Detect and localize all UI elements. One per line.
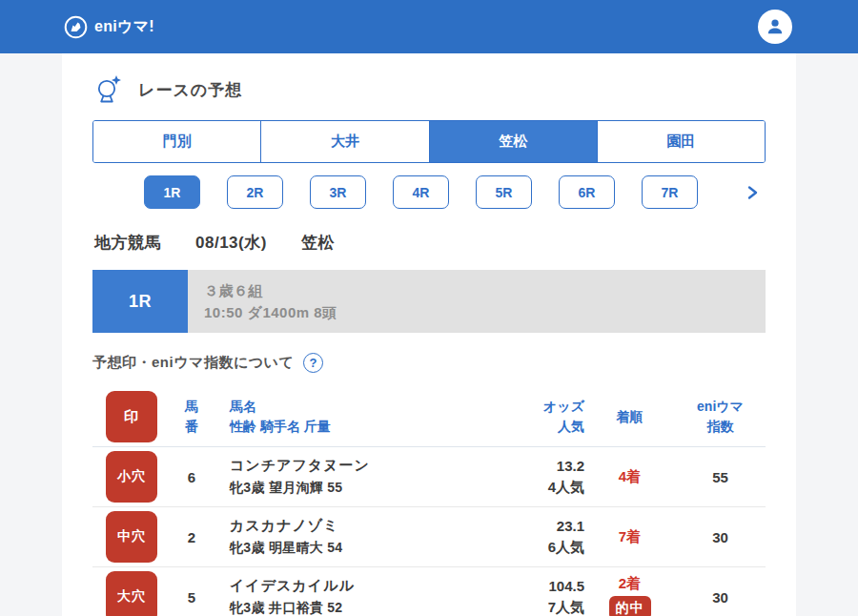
- odds-value: 13.2: [460, 456, 584, 477]
- hit-badge: 的中: [609, 596, 651, 616]
- page-title-row: レースの予想: [92, 71, 766, 105]
- horse-icon: [64, 15, 88, 39]
- content-card: レースの予想 門別 大井 笠松 園田 1R 2R 3R 4R 5R 6R 7R …: [62, 53, 796, 616]
- horse-detail: 牝3歳 明星晴大 54: [230, 540, 460, 557]
- popularity-value: 7人気: [460, 597, 584, 616]
- mark-badge: 小穴: [106, 451, 157, 503]
- odds-value: 23.1: [460, 516, 584, 537]
- result-cell: 4着: [584, 468, 675, 486]
- index-value: 30: [675, 529, 766, 545]
- crystal-ball-icon: [94, 74, 123, 105]
- race-banner: 1R ３歳６組 10:50 ダ1400m 8頭: [92, 270, 766, 333]
- venue-tabs: 門別 大井 笠松 園田: [92, 120, 766, 163]
- header-index: eniウマ 指数: [675, 397, 766, 437]
- horse-name-cell: カスカナノゾミ 牝3歳 明星晴大 54: [226, 517, 460, 557]
- table-row: 小穴 6 コンチアフタヌーン 牝3歳 望月洵輝 55 13.2 4人気 4着 5…: [92, 447, 766, 507]
- app-logo[interactable]: eniウマ!: [64, 15, 154, 39]
- header-mark-badge: 印: [106, 391, 157, 442]
- venue-tab-sonoda[interactable]: 園田: [597, 121, 765, 162]
- horse-detail: 牝3歳 望月洵輝 55: [230, 480, 460, 497]
- table-header-row: 印 馬 番 馬名 性齢 騎手名 斤量 オッズ 人気 着順 eniウマ 指数: [92, 387, 766, 447]
- result-cell: 7着: [584, 528, 675, 546]
- venue-tab-monbetsu[interactable]: 門別: [93, 121, 260, 162]
- race-meta-row: 地方競馬 08/13(水) 笠松: [92, 232, 766, 254]
- index-value: 55: [675, 469, 766, 485]
- horse-name: イイデスカイルル: [230, 577, 460, 595]
- header-horse-name: 馬名 性齢 騎手名 斤量: [226, 397, 460, 437]
- popularity-value: 4人気: [460, 477, 584, 498]
- user-account-button[interactable]: [758, 10, 792, 44]
- index-value: 30: [675, 589, 766, 606]
- odds-cell: 104.5 7人気: [460, 576, 584, 616]
- odds-cell: 23.1 6人気: [460, 516, 584, 558]
- popularity-value: 6人気: [460, 537, 584, 558]
- race-banner-conditions: 10:50 ダ1400m 8頭: [204, 301, 337, 323]
- result-position: 7着: [584, 528, 675, 546]
- race-banner-info: ３歳６組 10:50 ダ1400m 8頭: [188, 270, 337, 333]
- horse-name-cell: イイデスカイルル 牝3歳 井口裕貴 52: [226, 577, 460, 616]
- horse-number: 6: [157, 469, 226, 485]
- race-button-2r[interactable]: 2R: [227, 175, 283, 209]
- mark-badge: 大穴: [106, 571, 157, 616]
- info-link-row: 予想印・eniウマ指数について ?: [92, 353, 766, 373]
- result-position: 2着: [584, 575, 675, 593]
- result-position: 4着: [584, 468, 675, 486]
- race-button-7r[interactable]: 7R: [642, 175, 698, 209]
- info-link-label: 予想印・eniウマ指数について: [92, 354, 294, 372]
- person-icon: [765, 16, 786, 37]
- prediction-table: 印 馬 番 馬名 性齢 騎手名 斤量 オッズ 人気 着順 eniウマ 指数 小穴…: [92, 387, 766, 616]
- horse-number: 2: [157, 529, 226, 545]
- result-cell: 2着 的中: [584, 575, 675, 616]
- race-button-6r[interactable]: 6R: [559, 175, 615, 209]
- meta-date: 08/13(水): [195, 232, 267, 254]
- app-logo-text: eniウマ!: [94, 17, 154, 37]
- table-row: 中穴 2 カスカナノゾミ 牝3歳 明星晴大 54 23.1 6人気 7着 30: [92, 507, 766, 567]
- horse-number: 5: [157, 589, 226, 606]
- venue-tab-oi[interactable]: 大井: [260, 121, 428, 162]
- meta-category: 地方競馬: [94, 232, 161, 254]
- header-horse-number: 馬 番: [157, 397, 226, 437]
- race-button-5r[interactable]: 5R: [476, 175, 532, 209]
- chevron-right-icon[interactable]: [745, 184, 760, 201]
- race-button-3r[interactable]: 3R: [310, 175, 366, 209]
- race-banner-class: ３歳６組: [204, 279, 337, 301]
- race-button-1r[interactable]: 1R: [144, 175, 200, 209]
- race-number-row: 1R 2R 3R 4R 5R 6R 7R: [92, 175, 766, 209]
- header-odds: オッズ 人気: [460, 397, 584, 437]
- venue-tab-kasamatsu[interactable]: 笠松: [429, 121, 597, 162]
- horse-name: コンチアフタヌーン: [230, 457, 460, 475]
- meta-venue: 笠松: [301, 232, 335, 254]
- race-button-4r[interactable]: 4R: [393, 175, 449, 209]
- race-banner-number: 1R: [92, 270, 188, 333]
- table-row: 大穴 5 イイデスカイルル 牝3歳 井口裕貴 52 104.5 7人気 2着 的…: [92, 567, 766, 616]
- question-icon[interactable]: ?: [303, 353, 323, 373]
- header-result: 着順: [584, 407, 675, 427]
- horse-name: カスカナノゾミ: [230, 517, 460, 535]
- odds-cell: 13.2 4人気: [460, 456, 584, 498]
- mark-badge: 中穴: [106, 511, 157, 563]
- odds-value: 104.5: [460, 576, 584, 597]
- horse-name-cell: コンチアフタヌーン 牝3歳 望月洵輝 55: [226, 457, 460, 497]
- page-title: レースの予想: [138, 79, 242, 101]
- horse-detail: 牝3歳 井口裕貴 52: [230, 600, 460, 616]
- app-header: eniウマ!: [0, 0, 858, 53]
